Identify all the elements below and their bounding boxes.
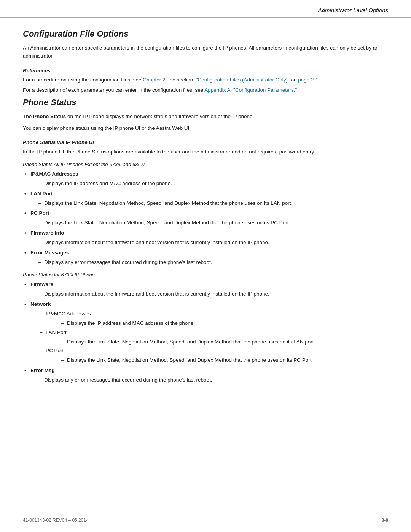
network-label: Network [30,301,51,307]
item-label: IP&MAC Addresses [30,171,78,177]
intro1-post: on the IP Phone displays the network sta… [66,113,254,119]
main-content: Configuration File Options An Administra… [0,18,411,414]
header-title: Administrator Level Options [318,7,388,13]
phone-status-intro2: You can display phone status using the I… [23,125,388,133]
config-section-title: Configuration File Options [23,29,388,39]
list-item-firmware: Firmware Displays information about the … [23,281,388,298]
nested-ipmac-dash: Displays the IP address and MAC address … [46,320,388,328]
dash-list: Displays the Link State, Negotiation Met… [30,200,388,208]
nested-pc-dash: Displays the Link State, Negotiation Met… [46,356,388,364]
firmware-dash-item: Displays information about the firmware … [30,290,388,298]
footer-left: 41-001343-02 REV04 – 05.2014 [23,518,89,523]
all-phones-list: IP&MAC Addresses Displays the IP address… [23,170,388,267]
footer-right: 3-8 [382,518,388,523]
list-item-network: Network IP&MAC Addresses Displays the IP… [23,300,388,364]
nested-lan-label: LAN Port [46,329,67,335]
phone-6739i-heading: Phone Status for 6739i IP Phone [23,272,388,278]
phone-status-section: Phone Status The Phone Status on the IP … [23,97,388,384]
appendix-a-link[interactable]: Appendix A, "Configuration Parameters." [204,87,297,93]
config-files-link[interactable]: "Configuration Files (Administrator Only… [196,77,290,83]
dash-list: Displays the IP address and MAC address … [30,180,388,188]
list-item: LAN Port Displays the Link State, Negoti… [23,190,388,208]
nested-ipmac-label: IP&MAC Addresses [46,311,91,316]
via-ip-text: In the IP phone UI, the Phone Status opt… [23,148,388,156]
phone-status-title: Phone Status [23,97,388,107]
nested-item-ipmac: IP&MAC Addresses Displays the IP address… [30,310,388,328]
ref1-text1: For a procedure on using the configurati… [23,77,143,83]
item-label: LAN Port [30,191,53,197]
dash-item: Displays the Link State, Negotiation Met… [30,200,388,208]
list-item: IP&MAC Addresses Displays the IP address… [23,170,388,188]
references-label: References [23,68,388,73]
dash-item: Displays the Link State, Negotiation Met… [30,219,388,227]
firmware-dash-list: Displays information about the firmware … [30,290,388,298]
header-bar: Administrator Level Options [0,0,411,18]
firmware-label: Firmware [30,281,53,287]
errormsg-label: Error Msg [30,367,55,373]
config-section-intro: An Administrator can enter specific para… [23,44,388,60]
all-phones-heading: Phone Status All IP Phones Except the 67… [23,161,388,167]
dash-item: Displays information about the firmware … [30,239,388,247]
ref-para-2: For a description of each parameter you … [23,86,388,94]
dash-item: Displays the IP address and MAC address … [30,180,388,188]
item-label: PC Port [30,210,49,216]
dash-list: Displays any error messages that occurre… [30,259,388,267]
dash-list: Displays information about the firmware … [30,239,388,247]
ref1-text2: , the section, [165,77,196,83]
page-container: Administrator Level Options Configuratio… [0,0,411,532]
network-sub-list: IP&MAC Addresses Displays the IP address… [30,310,388,365]
ref-para-1: For a procedure on using the configurati… [23,76,388,84]
dash-item: Displays any error messages that occurre… [30,259,388,267]
nested-ipmac-desc: Displays the IP address and MAC address … [46,320,388,328]
nested-item-lan: LAN Port Displays the Link State, Negoti… [30,329,388,346]
phone-status-intro1: The Phone Status on the IP Phone display… [23,113,388,121]
ref1-text4: . [319,77,320,83]
chapter2-link[interactable]: Chapter 2 [143,77,165,83]
intro1-bold: Phone Status [33,113,66,119]
page-2-1-link[interactable]: page 2-1 [298,77,318,83]
nested-pc-label: PC Port [46,348,64,353]
config-section: Configuration File Options An Administra… [23,29,388,94]
item-label: Firmware Info [30,230,64,236]
ref1-text3: on [290,77,298,83]
errormsg-dash-list: Displays any error messages that occurre… [30,376,388,384]
list-item: Error Messages Displays any error messag… [23,249,388,267]
errormsg-dash-item: Displays any error messages that occurre… [30,376,388,384]
ref2-text1: For a description of each parameter you … [23,87,204,93]
intro1-pre: The [23,113,33,119]
item-label: Error Messages [30,250,69,256]
nested-lan-desc: Displays the Link State, Negotiation Met… [46,338,388,346]
page-footer: 41-001343-02 REV04 – 05.2014 3-8 [23,514,388,523]
list-item: PC Port Displays the Link State, Negotia… [23,209,388,227]
phone-6739i-list: Firmware Displays information about the … [23,281,388,384]
nested-item-pc: PC Port Displays the Link State, Negotia… [30,347,388,364]
via-ip-heading: Phone Status via IP Phone UI [23,139,388,145]
dash-list: Displays the Link State, Negotiation Met… [30,219,388,227]
list-item-errormsg: Error Msg Displays any error messages th… [23,367,388,384]
nested-lan-dash: Displays the Link State, Negotiation Met… [46,338,388,346]
list-item: Firmware Info Displays information about… [23,229,388,247]
nested-pc-desc: Displays the Link State, Negotiation Met… [46,356,388,364]
